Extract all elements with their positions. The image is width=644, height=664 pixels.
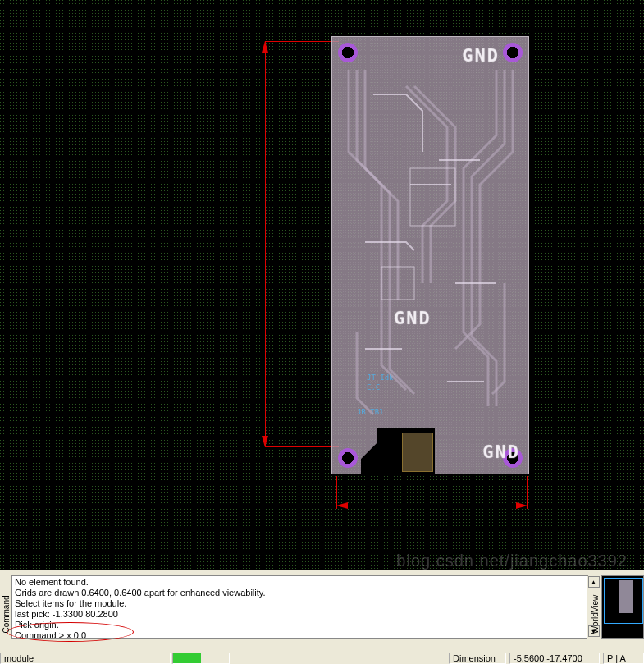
status-mode-buttons[interactable]: P | A (603, 653, 644, 664)
log-line: Pick origin. (15, 620, 585, 630)
grid-dots (0, 0, 644, 570)
command-side-label: Command (0, 575, 11, 653)
log-line: Select items for the module. (15, 598, 585, 609)
status-progress (172, 653, 230, 664)
command-log[interactable]: No element found. Grids are drawn 0.6400… (11, 575, 588, 639)
pcb-board[interactable]: GND GND GND JT Idk E.C JR TB1 (331, 36, 529, 474)
dimension-arrow-left (336, 502, 348, 509)
pcb-canvas[interactable]: GND GND GND JT Idk E.C JR TB1 (0, 0, 644, 570)
worldview-side-text: WorldView (591, 595, 601, 634)
dimension-horizontal (336, 506, 528, 506)
worldview-panel[interactable] (601, 575, 644, 639)
log-line: No element found. (15, 577, 585, 588)
dimension-arrow-up (262, 41, 268, 53)
dimension-ext-bottom (265, 446, 339, 447)
status-coordinates: -5.5600 -17.4700 (509, 653, 600, 664)
command-side-label-text: Command (2, 595, 11, 633)
command-prompt: Command > (15, 630, 64, 639)
status-dimension-label: Dimension (449, 653, 506, 664)
status-bar: module Dimension -5.5600 -17.4700 P | A (0, 654, 644, 664)
worldview-viewport-rect[interactable] (604, 578, 643, 624)
command-panel: Command No element found. Grids are draw… (0, 575, 644, 653)
dimension-arrow-down (262, 436, 268, 447)
command-input-row[interactable]: Command > x 0 0 (15, 630, 585, 639)
log-line: last pick: -1.3300 80.2800 (15, 609, 585, 620)
worldview-side-label: WorldView (590, 575, 601, 653)
dimension-ext-left (336, 476, 337, 509)
copper-traces (332, 37, 530, 475)
command-input-value[interactable]: x 0 0 (66, 630, 86, 639)
dimension-arrow-right (516, 502, 528, 509)
log-line: Grids are drawn 0.6400, 0.6400 apart for… (15, 588, 585, 598)
status-module: module (0, 653, 171, 664)
dimension-vertical (265, 41, 266, 447)
dimension-ext-top (265, 41, 339, 42)
dimension-ext-right (527, 476, 528, 509)
